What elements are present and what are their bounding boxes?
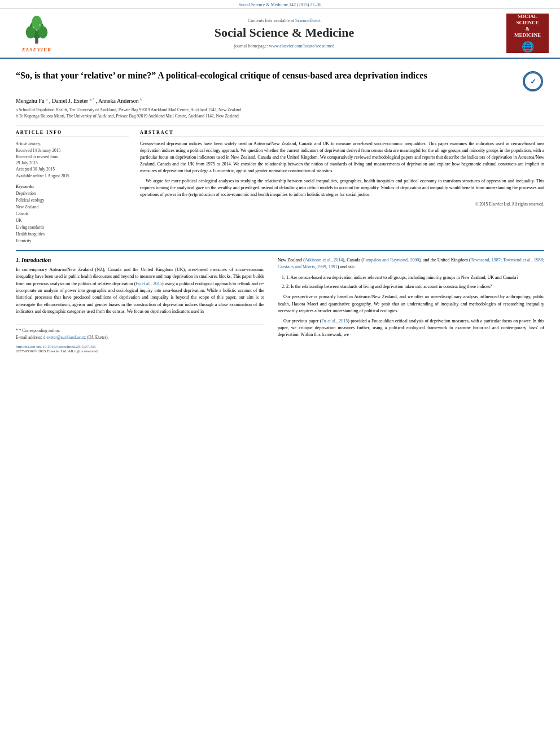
svg-point-4 [32,15,42,30]
elsevier-logo: ELSEVIER [11,15,62,53]
elsevier-brand-text: ELSEVIER [22,47,51,53]
history-label: Article history: [16,141,129,147]
right-para-1: New Zealand (Atkinson et al., 2014), Can… [278,257,544,271]
keyword-new-zealand: New Zealand [16,204,129,211]
keyword-political-ecology: Political ecology [16,197,129,204]
journal-title: Social Science & Medicine [73,25,495,40]
email-link[interactable]: d.exeter@auckland.ac.nz [43,335,86,340]
article-title-section: “So, is that your ‘relative’ or mine?” A… [16,65,544,93]
intro-heading: 1. Introduction [16,257,264,263]
accepted-date: Accepted 30 July 2015 [16,166,129,172]
authors-line: Mengzhu Fu a , Daniel J. Exeter a,* , An… [16,97,544,104]
elsevier-tree-icon [20,15,54,46]
footnote-corresponding: * * Corresponding author. [16,328,264,333]
copyright-notice: © 2015 Elsevier Ltd. All rights reserved… [140,202,544,207]
body-columns: 1. Introduction In contemporary Aotearoa… [16,257,544,353]
journal-reference-bar: Social Science & Medicine 142 (2015) 27–… [0,0,560,9]
email-name-text: (DJ. Exeter). [87,335,109,340]
keyword-ethnicity: Ethnicity [16,238,129,244]
journal-reference-text: Social Science & Medicine 142 (2015) 27–… [239,2,322,7]
doi-link[interactable]: http://dx.doi.org/10.1016/j.socscimed.20… [16,344,264,349]
affiliation-b: b Te Kupenga Hauora Maori, The Universit… [16,113,544,120]
journal-header: ELSEVIER Contents lists available at Sci… [0,9,560,59]
intro-text-right: New Zealand (Atkinson et al., 2014), Can… [278,257,544,339]
intro-paragraph-1: In contemporary Aotearoa/New Zealand (NZ… [16,267,264,316]
keyword-canada: Canada [16,211,129,217]
received-date: Received 14 January 2015 [16,147,129,154]
revised-date: Received in revised form29 July 2015 [16,154,129,167]
research-questions-list: 1. Are census-based area deprivation ind… [286,274,544,291]
globe-icon: 🌐 [522,41,534,53]
keywords-label: Keywords: [16,184,129,190]
abstract-paragraph-2: We argue for more political ecological a… [140,178,544,198]
svg-point-5 [33,26,34,28]
question-1: 1. Are census-based area deprivation ind… [286,274,544,281]
affiliations: a School of Population Health, The Unive… [16,107,544,119]
footnote-email: E-mail address: d.exeter@auckland.ac.nz … [16,335,264,340]
abstract-column: ABSTRACT Census-based deprivation indice… [140,130,544,244]
question-2: 2. Is the relationship between standards… [286,283,544,290]
footer-copyright: 0277-9536/© 2015 Elsevier Ltd. All right… [16,349,264,353]
crossmark-icon: ✓ [523,71,543,91]
journal-homepage: journal homepage: www.elsevier.com/locat… [73,43,495,49]
author-mengzhu: Mengzhu Fu [16,98,46,104]
atkinson-link[interactable]: Atkinson et al., 2014 [305,257,343,263]
abstract-paragraph-1: Census-based deprivation indices have be… [140,141,544,174]
journal-logo-text: SOCIALSCIENCE&MEDICINE [514,14,541,38]
info-abstract-columns: ARTICLE INFO Article history: Received 1… [16,130,544,244]
journal-homepage-link[interactable]: www.elsevier.com/locate/socscimed [269,43,334,49]
article-history: Article history: Received 14 January 201… [16,141,129,179]
keyword-health-inequities: Health inequities [16,231,129,238]
article-info-heading: ARTICLE INFO [16,130,129,137]
main-content: “So, is that your ‘relative’ or mine?” A… [0,59,560,360]
body-right-column: New Zealand (Atkinson et al., 2014), Can… [278,257,544,353]
footer-bottom: http://dx.doi.org/10.1016/j.socscimed.20… [16,344,264,353]
header-center: Contents lists available at ScienceDirec… [62,18,506,49]
author-daniel: , Daniel J. Exeter [49,98,90,104]
keyword-uk: UK [16,217,129,224]
abstract-heading: ABSTRACT [140,130,544,137]
keyword-living-standards: Living standards [16,224,129,231]
journal-logo-right: SOCIALSCIENCE&MEDICINE 🌐 [506,14,549,53]
right-para-3: Our previous paper (Fu et al., 2015) pro… [278,318,544,339]
pampalon-link[interactable]: Pampalon and Raymond, 2000 [363,257,419,263]
keyword-deprivation: Deprivation [16,190,129,197]
right-para-2: Our perspective is primarily based in Ao… [278,294,544,314]
abstract-text: Census-based deprivation indices have be… [140,141,544,198]
svg-point-6 [39,24,41,25]
body-divider [16,250,544,251]
author-anneka: , Anneka Anderson [95,98,140,104]
svg-text:✓: ✓ [530,77,536,86]
body-left-column: 1. Introduction In contemporary Aotearoa… [16,257,264,353]
science-direct-link[interactable]: ScienceDirect [295,18,321,23]
fu-2015-link[interactable]: Fu et al., 2015 [135,281,162,286]
available-date: Available online 1 August 2015 [16,173,129,179]
intro-text-left: In contemporary Aotearoa/New Zealand (NZ… [16,267,264,316]
keywords-section: Keywords: Deprivation Political ecology … [16,184,129,244]
contents-line: Contents lists available at ScienceDirec… [73,18,495,23]
article-title: “So, is that your ‘relative’ or mine?” A… [16,70,427,82]
article-info-column: ARTICLE INFO Article history: Received 1… [16,130,129,244]
fu-2015-link-2[interactable]: Fu et al., 2015 [321,318,348,324]
crossmark-badge: ✓ [522,70,544,93]
footer-notes: * * Corresponding author. E-mail address… [16,325,264,340]
svg-point-7 [36,29,38,31]
affiliation-a: a School of Population Health, The Unive… [16,107,544,113]
header-divider [16,125,544,125]
